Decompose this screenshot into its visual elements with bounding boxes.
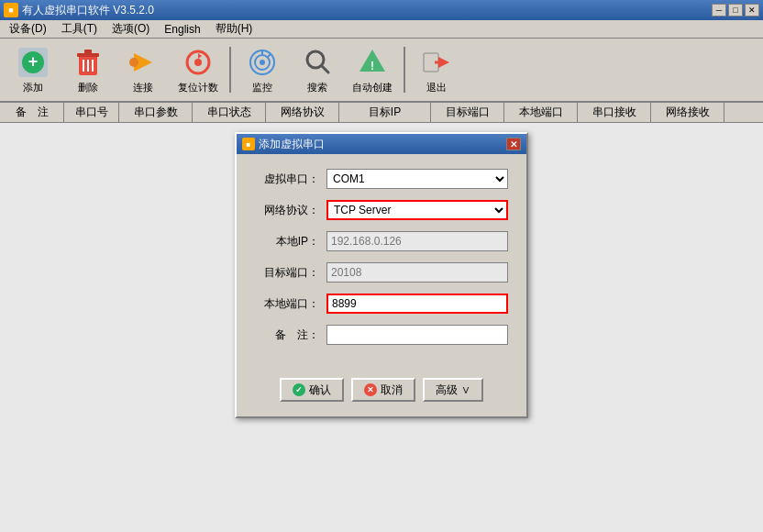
menu-bar: 设备(D) 工具(T) 选项(O) English 帮助(H)	[0, 20, 763, 39]
menu-device[interactable]: 设备(D)	[2, 19, 54, 39]
reset-label: 复位计数	[178, 81, 218, 94]
dialog-title: 添加虚拟串口	[259, 137, 506, 152]
advanced-label: 高级 ∨	[436, 382, 470, 398]
local-port-input[interactable]	[326, 294, 508, 314]
app-title: 有人虚拟串口软件 V3.5.2.0	[22, 3, 712, 18]
virtual-port-control: COM1 COM2 COM3	[326, 169, 508, 189]
exit-button[interactable]: 退出	[411, 42, 462, 97]
connect-label: 连接	[133, 81, 153, 94]
monitor-icon	[246, 46, 279, 79]
virtual-port-label: 虚拟串口：	[255, 172, 319, 187]
reset-button[interactable]: 复位计数	[172, 42, 224, 97]
main-content: ■ 添加虚拟串口 ✕ 虚拟串口： COM1 COM2 COM3	[0, 123, 763, 532]
virtual-port-select[interactable]: COM1 COM2 COM3	[326, 169, 508, 189]
title-bar: ■ 有人虚拟串口软件 V3.5.2.0 ─ □ ✕	[0, 0, 763, 20]
toolbar-separator	[229, 47, 231, 93]
maximize-button[interactable]: □	[728, 4, 743, 17]
ok-button[interactable]: ✓ 确认	[280, 378, 344, 402]
menu-english[interactable]: English	[157, 21, 207, 38]
local-ip-input[interactable]	[326, 231, 508, 251]
svg-point-12	[194, 59, 202, 66]
col-port-no: 串口号	[64, 103, 119, 122]
svg-point-10	[129, 58, 138, 67]
monitor-button[interactable]: 监控	[237, 42, 288, 97]
ok-icon: ✓	[293, 383, 305, 396]
remark-input[interactable]	[326, 325, 508, 345]
dialog-body: 虚拟串口： COM1 COM2 COM3 网络协议： TCP Ser	[237, 154, 526, 371]
exit-icon	[420, 46, 453, 79]
col-target-ip: 目标IP	[339, 103, 431, 122]
search-button[interactable]: 搜索	[292, 42, 343, 97]
dialog-footer: ✓ 确认 ✕ 取消 高级 ∨	[237, 371, 526, 416]
menu-tools[interactable]: 工具(T)	[54, 19, 105, 39]
search-label: 搜索	[307, 81, 327, 94]
modal-overlay: ■ 添加虚拟串口 ✕ 虚拟串口： COM1 COM2 COM3	[0, 123, 763, 532]
delete-label: 删除	[78, 81, 98, 94]
local-port-row: 本地端口：	[255, 294, 508, 314]
delete-button[interactable]: 删除	[62, 42, 114, 97]
menu-help[interactable]: 帮助(H)	[208, 19, 260, 39]
add-label: 添加	[23, 81, 43, 94]
table-header: 备 注 串口号 串口参数 串口状态 网络协议 目标IP 目标端口 本地端口 串口…	[0, 103, 763, 123]
app-icon: ■	[4, 3, 18, 17]
target-port-input[interactable]	[326, 262, 508, 283]
local-port-control	[326, 294, 508, 314]
cancel-label: 取消	[381, 382, 403, 398]
target-port-row: 目标端口：	[255, 262, 508, 283]
col-port-param: 串口参数	[119, 103, 193, 122]
local-ip-control	[326, 231, 508, 251]
remark-label: 备 注：	[255, 327, 319, 343]
local-ip-row: 本地IP：	[255, 231, 508, 251]
remark-control	[326, 325, 508, 345]
svg-rect-20	[308, 57, 323, 59]
close-button[interactable]: ✕	[745, 4, 759, 17]
network-protocol-select[interactable]: TCP Server TCP Client UDP	[326, 200, 508, 220]
window-controls: ─ □ ✕	[712, 4, 759, 17]
network-protocol-row: 网络协议： TCP Server TCP Client UDP	[255, 200, 508, 220]
connect-icon	[127, 46, 160, 79]
cancel-icon: ✕	[364, 383, 377, 396]
menu-options[interactable]: 选项(O)	[105, 19, 157, 39]
exit-label: 退出	[426, 81, 447, 94]
col-serial-recv: 串口接收	[578, 103, 651, 122]
minimize-button[interactable]: ─	[712, 4, 726, 17]
search-icon	[301, 46, 334, 79]
col-local-port: 本地端口	[504, 103, 578, 122]
add-button[interactable]: + 添加	[7, 42, 59, 97]
dialog-icon: ■	[242, 138, 255, 150]
auto-create-icon: !	[356, 46, 389, 79]
network-protocol-control: TCP Server TCP Client UDP	[326, 200, 508, 220]
cancel-button[interactable]: ✕ 取消	[351, 378, 415, 402]
toolbar-separator2	[404, 47, 405, 93]
local-ip-label: 本地IP：	[255, 234, 319, 249]
remark-row: 备 注：	[255, 325, 508, 345]
svg-line-19	[322, 66, 328, 72]
network-protocol-label: 网络协议：	[255, 203, 319, 218]
delete-icon	[72, 46, 105, 79]
col-target-port: 目标端口	[431, 103, 504, 122]
col-port-status: 串口状态	[193, 103, 266, 122]
local-port-label: 本地端口：	[255, 296, 319, 312]
reset-icon	[182, 46, 215, 79]
svg-line-17	[267, 54, 271, 58]
target-port-label: 目标端口：	[255, 265, 319, 281]
virtual-port-row: 虚拟串口： COM1 COM2 COM3	[255, 169, 508, 189]
add-icon: +	[17, 46, 50, 79]
monitor-label: 监控	[252, 81, 272, 94]
auto-create-button[interactable]: ! 自动创建	[347, 42, 398, 97]
target-port-control	[326, 262, 508, 283]
ok-label: 确认	[309, 382, 331, 398]
svg-point-15	[260, 60, 265, 65]
add-port-dialog: ■ 添加虚拟串口 ✕ 虚拟串口： COM1 COM2 COM3	[235, 132, 528, 418]
dialog-close-button[interactable]: ✕	[506, 138, 521, 150]
toolbar: + 添加 删除 连接	[0, 39, 763, 103]
svg-rect-5	[84, 50, 92, 55]
svg-text:!: !	[370, 60, 374, 72]
dialog-title-bar: ■ 添加虚拟串口 ✕	[237, 134, 526, 154]
col-net-recv: 网络接收	[651, 103, 724, 122]
connect-button[interactable]: 连接	[117, 42, 169, 97]
advanced-button[interactable]: 高级 ∨	[423, 378, 482, 402]
auto-create-label: 自动创建	[352, 81, 393, 94]
svg-text:+: +	[28, 52, 39, 71]
col-net-protocol: 网络协议	[266, 103, 339, 122]
